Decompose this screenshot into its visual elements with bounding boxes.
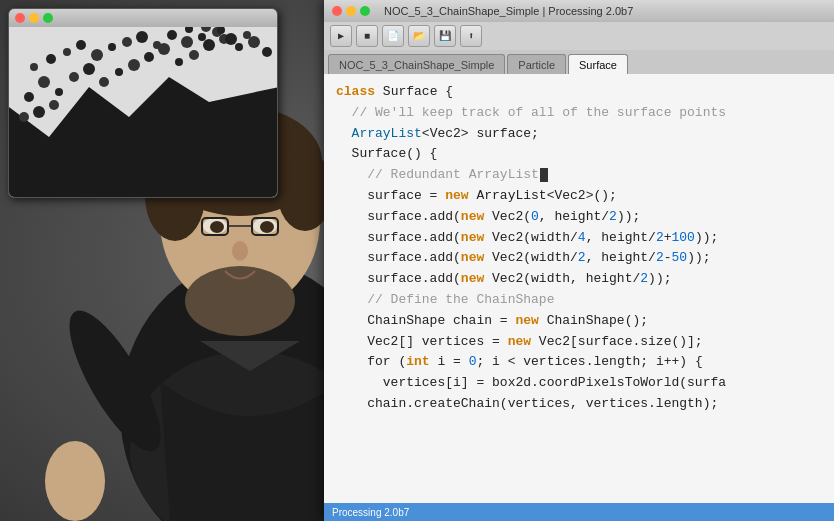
maximize-button[interactable] [43, 13, 53, 23]
code-line-14: ChainShape chain = new ChainShape(); [336, 311, 822, 332]
code-line-16: for (int i = 0; i < vertices.length; i++… [336, 352, 822, 373]
code-line-1: class Surface { [336, 82, 822, 103]
editor-title: NOC_5_3_ChainShape_Simple | Processing 2… [384, 5, 633, 17]
svg-point-13 [232, 241, 248, 261]
svg-point-60 [19, 112, 29, 122]
code-line-9: surface.add(new Vec2(width/4, height/2+1… [336, 228, 822, 249]
svg-point-53 [198, 33, 206, 41]
svg-point-48 [122, 37, 132, 47]
editor-toolbar: ▶ ■ 📄 📂 💾 ⬆ [324, 22, 834, 50]
stop-button[interactable]: ■ [356, 25, 378, 47]
code-line-17: vertices[i] = box2d.coordPixelsToWorld(s… [336, 373, 822, 394]
svg-point-16 [45, 441, 105, 521]
svg-point-37 [203, 39, 215, 51]
svg-point-46 [91, 49, 103, 61]
svg-point-9 [260, 221, 274, 233]
svg-point-35 [175, 58, 183, 66]
svg-point-30 [99, 77, 109, 87]
svg-point-62 [49, 100, 59, 110]
svg-point-42 [30, 63, 38, 71]
svg-point-41 [262, 47, 272, 57]
tab-noc[interactable]: NOC_5_3_ChainShape_Simple [328, 54, 505, 74]
svg-point-39 [235, 43, 243, 51]
svg-point-26 [38, 76, 50, 88]
save-button[interactable]: 💾 [434, 25, 456, 47]
preview-titlebar [9, 9, 277, 27]
code-line-3: ArrayList<Vec2> surface; [336, 124, 822, 145]
close-button[interactable] [15, 13, 25, 23]
editor-close-button[interactable] [332, 6, 342, 16]
svg-point-32 [128, 59, 140, 71]
code-line-6: // Redundant ArrayList [336, 165, 822, 186]
svg-point-31 [115, 68, 123, 76]
svg-point-29 [83, 63, 95, 75]
editor-titlebar: NOC_5_3_ChainShape_Simple | Processing 2… [324, 0, 834, 22]
svg-point-44 [63, 48, 71, 56]
svg-point-8 [210, 221, 224, 233]
run-button[interactable]: ▶ [330, 25, 352, 47]
svg-point-45 [76, 40, 86, 50]
code-line-13: // Define the ChainShape [336, 290, 822, 311]
svg-point-5 [185, 266, 295, 336]
svg-point-55 [225, 33, 237, 45]
code-line-11: surface.add(new Vec2(width, height/2)); [336, 269, 822, 290]
svg-point-43 [46, 54, 56, 64]
svg-point-36 [189, 50, 199, 60]
svg-point-28 [69, 72, 79, 82]
code-editor[interactable]: class Surface { // We'll keep track of a… [324, 74, 834, 503]
tab-surface[interactable]: Surface [568, 54, 628, 74]
svg-point-61 [33, 106, 45, 118]
code-line-5: Surface() { [336, 144, 822, 165]
code-line-15: Vec2[] vertices = new Vec2[surface.size(… [336, 332, 822, 353]
svg-point-33 [144, 52, 154, 62]
editor-window: NOC_5_3_ChainShape_Simple | Processing 2… [324, 0, 834, 521]
tab-particle[interactable]: Particle [507, 54, 566, 74]
svg-point-51 [167, 30, 177, 40]
code-line-8: surface.add(new Vec2(0, height/2)); [336, 207, 822, 228]
status-text: Processing 2.0b7 [332, 507, 409, 518]
sketch-canvas [9, 27, 277, 197]
editor-maximize-button[interactable] [360, 6, 370, 16]
export-button[interactable]: ⬆ [460, 25, 482, 47]
code-line-7: surface = new ArrayList<Vec2>(); [336, 186, 822, 207]
preview-window [8, 8, 278, 198]
svg-point-25 [24, 92, 34, 102]
code-line-2: // We'll keep track of all of the surfac… [336, 103, 822, 124]
status-bar: Processing 2.0b7 [324, 503, 834, 521]
minimize-button[interactable] [29, 13, 39, 23]
code-line-10: surface.add(new Vec2(width/2, height/2-5… [336, 248, 822, 269]
editor-minimize-button[interactable] [346, 6, 356, 16]
svg-point-47 [108, 43, 116, 51]
svg-point-56 [243, 31, 251, 39]
open-button[interactable]: 📂 [408, 25, 430, 47]
tabs-bar: NOC_5_3_ChainShape_Simple Particle Surfa… [324, 50, 834, 74]
svg-point-50 [153, 41, 161, 49]
new-button[interactable]: 📄 [382, 25, 404, 47]
svg-point-49 [136, 31, 148, 43]
svg-point-27 [55, 88, 63, 96]
code-line-19: chain.createChain(vertices, vertices.len… [336, 394, 822, 415]
svg-point-52 [181, 36, 193, 48]
